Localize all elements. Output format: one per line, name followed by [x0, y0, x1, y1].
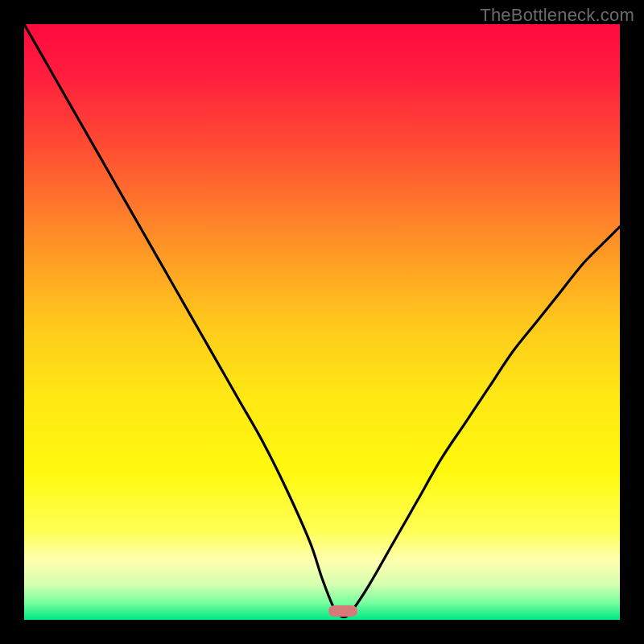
bottleneck-curve: [24, 24, 620, 620]
plot-area: [24, 24, 620, 620]
stage: TheBottleneck.com: [0, 0, 644, 644]
watermark-text: TheBottleneck.com: [480, 5, 634, 26]
optimal-marker: [328, 605, 357, 617]
